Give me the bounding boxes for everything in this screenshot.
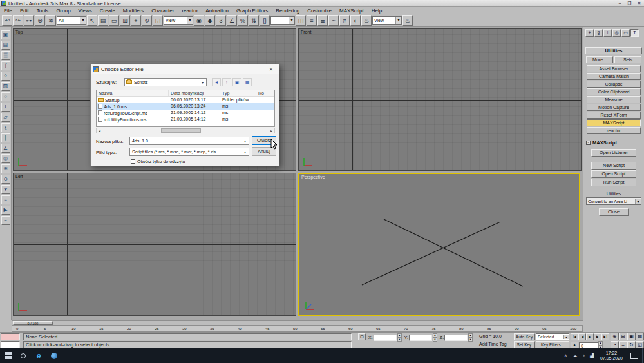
create-tab-icon[interactable]: +	[585, 29, 594, 37]
reactor-create-motor-icon[interactable]: ◎	[1, 154, 10, 163]
column-date-modified[interactable]: Data modyfikacji	[169, 90, 220, 96]
reactor-cloth-modifier-icon[interactable]: ▨	[1, 82, 10, 91]
open-script-button[interactable]: Open Script	[591, 170, 636, 178]
reactor-create-fracture-icon[interactable]: ∗	[1, 185, 10, 194]
dialog-close-button[interactable]: ✕	[265, 65, 277, 74]
key-mode-dropdown[interactable]: Selected ▾	[536, 333, 569, 340]
reactor-create-toy-car-icon[interactable]: ⊙	[1, 175, 10, 184]
set-key-button[interactable]: Set Key	[514, 341, 535, 348]
file-row[interactable]: rctfDragToUIScript.ms21.09.2005 14:12ms	[97, 110, 274, 116]
display-tab-icon[interactable]: ▭	[621, 29, 630, 37]
reactor-soft-body-modifier-icon[interactable]: ◌	[1, 92, 10, 101]
select-by-name-icon[interactable]: ▤	[98, 15, 108, 26]
add-time-tag[interactable]: Add Time Tag	[479, 342, 507, 346]
action-center-icon[interactable]	[630, 353, 638, 359]
spinner-snap-icon[interactable]: ⇅	[249, 15, 259, 26]
reactor-property-editor-icon[interactable]: ≡	[1, 216, 10, 225]
selection-lock-icon[interactable]: ⊡	[358, 333, 366, 340]
reactor-deforming-mesh-collection-icon[interactable]: ◊	[1, 72, 10, 81]
render-type-combo[interactable]: View▾	[372, 16, 402, 25]
angle-snap-icon[interactable]: ∠	[227, 15, 237, 26]
utility-button-camera-match[interactable]: Camera Match	[587, 73, 641, 80]
file-name-input[interactable]: 4ds_1.0 ▾	[129, 137, 249, 145]
field-of-view-icon[interactable]: ◔	[611, 341, 619, 349]
align-icon[interactable]: ≡	[307, 15, 317, 26]
selection-filter-combo[interactable]: All▾	[57, 16, 86, 25]
reactor-rigid-body-collection-icon[interactable]: ▣	[1, 30, 10, 39]
menu-item-help[interactable]: Help	[368, 7, 386, 14]
up-one-level-icon[interactable]: ↑	[222, 78, 231, 86]
file-row[interactable]: Startup06.05.2020 13:17Folder plików	[97, 97, 274, 103]
onedrive-icon[interactable]: ☁	[570, 353, 580, 358]
view-menu-icon[interactable]: ▦	[243, 78, 252, 86]
file-row[interactable]: 4ds_1.0.ms06.05.2020 13:24ms	[97, 103, 274, 110]
hierarchy-tab-icon[interactable]: ⊥	[603, 29, 612, 37]
volume-icon[interactable]: ♪	[580, 353, 587, 358]
render-scene-icon[interactable]: ♨	[361, 15, 372, 26]
more-utilities-button[interactable]: More...	[586, 56, 613, 63]
viewport-label[interactable]: Perspective	[301, 175, 325, 179]
edge-browser-button[interactable]: e	[31, 348, 46, 363]
mirror-icon[interactable]: ◫	[296, 15, 306, 26]
menu-item-edit[interactable]: Edit	[16, 7, 33, 14]
bind-to-space-warp-icon[interactable]: ≋	[46, 15, 56, 26]
utility-button-collapse[interactable]: Collapse	[587, 81, 641, 88]
auto-key-button[interactable]: Auto Key	[514, 333, 535, 340]
viewport-perspective[interactable]: Perspective	[298, 173, 580, 316]
zoom-all-icon[interactable]: ⊞	[619, 333, 627, 340]
file-row[interactable]: rctUtilityFunctions.ms21.09.2005 14:12ms	[97, 116, 274, 123]
menu-item-character[interactable]: Character	[147, 7, 178, 14]
reactor-preview-animation-icon[interactable]: ▶	[1, 206, 10, 215]
column-name[interactable]: Nazwa	[97, 90, 169, 96]
coordinate-input[interactable]	[409, 335, 432, 341]
browser-button[interactable]	[46, 348, 62, 363]
utility-button-measure[interactable]: Measure	[587, 96, 641, 103]
quick-render-icon[interactable]: ♨	[402, 15, 413, 26]
open-listener-button[interactable]: Open Listener	[591, 149, 636, 157]
spinner-down-icon[interactable]: ▾	[468, 338, 473, 342]
go-to-start-button[interactable]: |◀	[571, 333, 578, 340]
dialog-title-bar[interactable]: Choose Editor File ✕	[91, 64, 279, 74]
utility-button-reset-xform[interactable]: Reset XForm	[587, 112, 641, 119]
scene-object-lines[interactable]	[299, 174, 580, 316]
scroll-right-icon[interactable]: ►	[269, 129, 274, 133]
utility-button-asset-browser[interactable]: Asset Browser	[587, 65, 641, 72]
menu-item-rendering[interactable]: Rendering	[272, 7, 303, 14]
material-editor-icon[interactable]: ◐	[350, 15, 361, 26]
minimize-button[interactable]: –	[615, 0, 625, 6]
close-utility-button[interactable]: Close	[599, 208, 629, 216]
menu-item-create[interactable]: Create	[96, 7, 119, 14]
maxscript-mini-listener-output[interactable]	[1, 341, 20, 348]
select-and-link-icon[interactable]: ⊶	[24, 15, 34, 26]
reactor-create-water-icon[interactable]: ≈	[1, 195, 10, 204]
pan-icon[interactable]: ↔	[619, 341, 627, 349]
column-size[interactable]: Ro	[256, 90, 274, 96]
window-crossing-icon[interactable]: ⊞	[120, 15, 130, 26]
named-selection-combo[interactable]: ▾	[270, 16, 295, 25]
viewport-label[interactable]: Front	[301, 30, 311, 34]
snaps-toggle-icon[interactable]: 3	[216, 15, 226, 26]
unlink-selection-icon[interactable]: ⊗	[35, 15, 45, 26]
menu-item-tools[interactable]: Tools	[33, 7, 53, 14]
undo-icon[interactable]: ↶	[2, 15, 12, 26]
track-bar[interactable]: 0510152025303540455055606570758085909510…	[12, 325, 583, 332]
key-filters-button[interactable]: Key Filters...	[536, 341, 569, 348]
zoom-extents-icon[interactable]: ▣	[627, 333, 636, 340]
reactor-soft-body-collection-icon[interactable]: ▒	[1, 51, 10, 60]
utility-button-color-clipboard[interactable]: Color Clipboard	[587, 88, 641, 95]
coordinate-spinner[interactable]: ▴▾	[433, 333, 437, 342]
viewport-label[interactable]: Top	[15, 30, 23, 34]
open-readonly-checkbox[interactable]: Otwórz tylko do odczytu	[131, 159, 185, 164]
viewport-front[interactable]: Front	[298, 28, 582, 171]
utility-sets-button[interactable]: Sets	[614, 56, 641, 63]
menu-item-animation[interactable]: Animation	[202, 7, 232, 14]
network-icon[interactable]: ▟	[587, 353, 596, 358]
reactor-create-plane-icon[interactable]: ▱	[1, 113, 10, 122]
maxscript-rollout-header[interactable]: - MAXScript	[585, 139, 643, 146]
scroll-left-icon[interactable]: ◄	[97, 129, 102, 133]
arc-rotate-icon[interactable]: ↻	[627, 341, 636, 349]
utility-button-motion-capture[interactable]: Motion Capture	[587, 104, 641, 111]
reactor-create-spring-icon[interactable]: ξ	[1, 123, 10, 132]
reactor-angular-dashpot-icon[interactable]: ∡	[1, 144, 10, 153]
zoom-icon[interactable]: ⊕	[611, 333, 619, 340]
